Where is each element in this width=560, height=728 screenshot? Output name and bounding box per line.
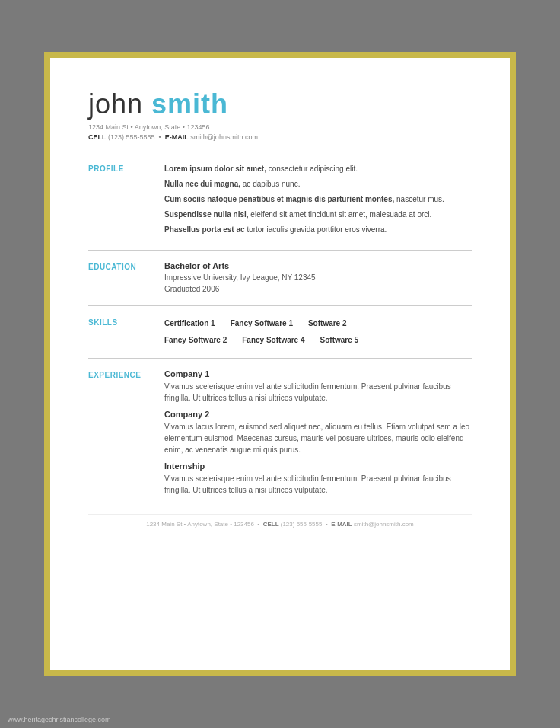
skill-6: Software 5: [320, 334, 359, 347]
profile-divider: [88, 250, 472, 251]
cell-number: (123) 555-5555: [108, 133, 155, 141]
experience-label: EXPERIENCE: [88, 369, 164, 499]
profile-line-5: Phasellus porta est ac tortor iaculis gr…: [164, 224, 472, 235]
skill-3: Software 2: [308, 317, 347, 330]
experience-content: Company 1 Vivamus scelerisque enim vel a…: [164, 369, 472, 499]
skills-content: Certification 1 Fancy Software 1 Softwar…: [164, 317, 472, 347]
company-2-name: Company 2: [164, 410, 472, 419]
education-section: EDUCATION Bachelor of Arts Impressive Un…: [88, 261, 472, 295]
skills-label: SKILLS: [88, 317, 164, 347]
profile-label: PROFILE: [88, 163, 164, 239]
company-1-name: Company 1: [164, 369, 472, 378]
first-name: john: [88, 88, 143, 120]
company-2-desc: Vivamus lacus lorem, euismod sed aliquet…: [164, 421, 472, 455]
skill-5: Fancy Software 4: [242, 334, 304, 347]
outer-border: john smith 1234 Main St • Anytown, State…: [44, 52, 516, 676]
resume-footer: 1234 Main St • Anytown, State • 123456 •…: [88, 514, 472, 528]
education-content: Bachelor of Arts Impressive University, …: [164, 261, 472, 295]
skill-2: Fancy Software 1: [231, 317, 293, 330]
email-address: smith@johnsmith.com: [190, 133, 258, 141]
internship-name: Internship: [164, 461, 472, 471]
header-address: 1234 Main St • Anytown, State • 123456: [88, 123, 472, 131]
last-name: smith: [151, 88, 228, 120]
watermark: www.heritagechristiancollege.com: [8, 716, 111, 723]
skills-divider: [88, 358, 472, 359]
edu-graduated: Graduated 2006: [164, 283, 472, 295]
edu-school: Impressive University, Ivy League, NY 12…: [164, 272, 472, 283]
footer-address: 1234 Main St • Anytown, State • 123456: [146, 521, 254, 528]
profile-section: PROFILE Lorem ipsum dolor sit amet, cons…: [88, 163, 472, 239]
skill-4: Fancy Software 2: [164, 334, 227, 347]
profile-line-2: Nulla nec dui magna, ac dapibus nunc.: [164, 178, 472, 190]
footer-cell-label: CELL: [263, 521, 279, 528]
footer-cell: (123) 555-5555: [281, 521, 323, 528]
experience-section: EXPERIENCE Company 1 Vivamus scelerisque…: [88, 369, 472, 499]
skill-1: Certification 1: [164, 317, 215, 330]
skills-section: SKILLS Certification 1 Fancy Software 1 …: [88, 317, 472, 347]
resume-paper: john smith 1234 Main St • Anytown, State…: [50, 58, 510, 670]
header-name: john smith: [88, 88, 472, 120]
education-label: EDUCATION: [88, 261, 164, 295]
edu-degree: Bachelor of Arts: [164, 261, 472, 270]
profile-line-1: Lorem ipsum dolor sit amet, consectetur …: [164, 163, 472, 174]
profile-content: Lorem ipsum dolor sit amet, consectetur …: [164, 163, 472, 239]
skills-grid: Certification 1 Fancy Software 1 Softwar…: [164, 317, 472, 347]
header-divider: [88, 152, 472, 152]
email-label: E-MAIL: [165, 133, 189, 141]
footer-email: smith@johnsmith.com: [354, 521, 414, 528]
education-divider: [88, 305, 472, 306]
profile-line-3: Cum sociis natoque penatibus et magnis d…: [164, 193, 472, 205]
cell-label: CELL: [88, 133, 107, 141]
header-contact: CELL (123) 555-5555 • E-MAIL smith@johns…: [88, 133, 472, 141]
company-1-desc: Vivamus scelerisque enim vel ante sollic…: [164, 381, 472, 404]
internship-desc: Vivamus scelerisque enim vel ante sollic…: [164, 473, 472, 496]
profile-line-4: Suspendisse nulla nisi, eleifend sit ame…: [164, 209, 472, 220]
footer-email-label: E-MAIL: [331, 521, 352, 528]
